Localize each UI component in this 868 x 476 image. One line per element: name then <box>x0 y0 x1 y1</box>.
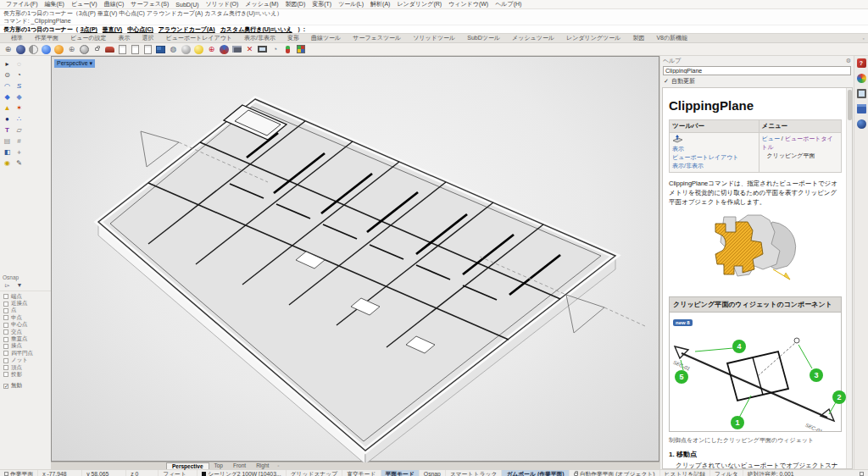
auto-update-checkbox[interactable]: ✓ 自動更新 <box>660 77 854 87</box>
new-viewport-icon[interactable]: ◦ <box>274 462 282 469</box>
perspective-viewport[interactable]: Perspective ▾ <box>51 56 659 462</box>
curve-tool-icon[interactable]: ◠ <box>2 80 13 91</box>
menu-render[interactable]: レンダリング(R) <box>393 0 445 8</box>
filter-toggle[interactable]: フィルタ <box>710 470 743 476</box>
layers-panel-tab-icon[interactable] <box>857 104 866 113</box>
panel-toggle-icon[interactable] <box>855 470 868 476</box>
undo-view-icon[interactable] <box>104 44 115 55</box>
fillet-tool-icon[interactable]: ▲ <box>2 102 13 113</box>
menu-curve[interactable]: 曲線(C) <box>101 0 128 8</box>
checkbox[interactable] <box>3 302 8 307</box>
viewport-layout-icon[interactable] <box>155 44 166 55</box>
select-pointer-icon[interactable]: ▸ <box>2 58 13 69</box>
pushpin-icon[interactable] <box>282 44 293 55</box>
menu-subd[interactable]: SubD(U) <box>172 2 202 8</box>
osnap-cursor-icon[interactable]: ▻ <box>5 282 9 289</box>
menu-solid[interactable]: ソリッド(O) <box>203 0 242 8</box>
rendered-display-icon[interactable] <box>53 44 64 55</box>
menu-window[interactable]: ウィンドウ(W) <box>445 0 492 8</box>
record-history-toggle[interactable]: ヒストリを記録 <box>660 470 710 476</box>
command-option-vertical[interactable]: 垂直(V) <box>103 26 122 32</box>
tab-display[interactable]: 表示 <box>113 34 136 42</box>
tab-transform[interactable]: 変形 <box>281 34 305 42</box>
pencil-tool-icon[interactable]: ✎ <box>14 158 25 169</box>
lock-view-icon[interactable] <box>92 44 103 55</box>
ghosted-display-icon[interactable] <box>79 44 90 55</box>
explode-tool-icon[interactable]: ✶ <box>14 102 25 113</box>
link-viewport-layout[interactable]: ビューポートレイアウト <box>672 153 756 162</box>
checkbox[interactable] <box>3 323 8 328</box>
viewport-title-label[interactable]: Perspective ▾ <box>54 59 95 68</box>
tab-strip-options-icon[interactable]: ◦ <box>863 36 865 42</box>
checkbox[interactable] <box>3 351 8 356</box>
menu-drafting[interactable]: 製図(D) <box>282 0 309 8</box>
scrollbar-thumb[interactable] <box>848 90 852 120</box>
menu-mesh[interactable]: メッシュ(M) <box>242 0 281 8</box>
rotate-view-icon[interactable] <box>15 44 26 55</box>
tab-viewport-layout[interactable]: ビューポートレイアウト <box>160 34 238 42</box>
pipe-tool-icon[interactable]: ＋ <box>14 147 25 158</box>
zoom-view-icon[interactable] <box>28 44 39 55</box>
osnap-toggle[interactable]: Osnap <box>420 470 446 476</box>
checkbox-checked[interactable]: ✓ <box>3 384 8 389</box>
tab-surface-tools[interactable]: サーフェスツール <box>347 34 407 42</box>
tab-curve-tools[interactable]: 曲線ツール <box>305 34 347 42</box>
checkbox[interactable] <box>3 358 8 363</box>
help-panel-tab-icon[interactable]: ? <box>857 58 866 68</box>
menu-analyze[interactable]: 解析(A) <box>367 0 393 8</box>
points-tool-icon[interactable]: ∴ <box>14 113 25 125</box>
checkbox[interactable] <box>3 315 8 320</box>
pan-view-icon[interactable]: ⊕ <box>3 44 14 55</box>
array-tool-icon[interactable]: # <box>14 136 25 147</box>
command-option-custom-depth[interactable]: カスタム奥行き(U)=いいえ <box>220 26 292 32</box>
boolean-union-icon[interactable]: ● <box>2 113 13 125</box>
checkbox[interactable] <box>3 329 8 335</box>
gray-sphere-icon[interactable] <box>181 44 192 55</box>
viewport-tab-perspective[interactable]: Perspective <box>166 462 209 469</box>
menu-transform[interactable]: 変形(T) <box>309 0 335 8</box>
display-panel-tab-icon[interactable] <box>857 74 866 83</box>
clipboard-icon[interactable] <box>117 44 128 55</box>
osnap-project[interactable]: 投影 <box>3 371 51 378</box>
checkbox[interactable] <box>3 344 8 349</box>
freeform-curve-icon[interactable]: S <box>14 80 25 91</box>
yellow-sphere-icon[interactable] <box>193 44 204 55</box>
surface-tool-icon[interactable]: ◧ <box>2 147 13 158</box>
menu-edit[interactable]: 編集(E) <box>42 0 68 8</box>
tab-cplane[interactable]: 作業平面 <box>29 34 64 42</box>
tab-standard[interactable]: 標準 <box>5 34 29 42</box>
monitor-icon[interactable] <box>257 44 268 55</box>
gumball-toggle[interactable]: ガムボール (作業平面) <box>502 470 569 476</box>
tab-view-settings[interactable]: ビューの設定 <box>64 34 113 42</box>
gear-icon[interactable]: ⚙ <box>846 58 851 64</box>
menu-view[interactable]: ビュー(V) <box>68 0 101 8</box>
arc-tool-icon[interactable]: ◔ <box>14 69 25 80</box>
clipping-plane-toolbar-icon[interactable] <box>672 135 683 144</box>
osnap-filter-icon[interactable]: ▼ <box>16 282 22 289</box>
units-pane[interactable]: フィート <box>159 470 198 476</box>
wireframe-display-icon[interactable]: ⊕ <box>66 44 77 55</box>
key-tool-icon[interactable]: ◉ <box>2 158 13 169</box>
checkbox[interactable] <box>3 294 8 299</box>
command-option-center[interactable]: 中心点(C) <box>127 26 153 32</box>
building-model-drawing[interactable] <box>52 57 660 462</box>
menu-tools[interactable]: ツール(L) <box>335 0 367 8</box>
tab-drafting[interactable]: 製図 <box>626 34 650 42</box>
tab-render-tools[interactable]: レンダリングツール <box>560 34 626 42</box>
menu-file[interactable]: ファイル(F) <box>3 0 42 8</box>
box-tool-icon[interactable]: ◆ <box>2 91 13 102</box>
text-tool-icon[interactable]: T <box>2 125 13 136</box>
material-swirl-icon[interactable] <box>219 44 230 55</box>
smarttrack-toggle[interactable]: スマートトラック <box>446 470 503 476</box>
help-scrollbar[interactable] <box>846 88 852 468</box>
tab-subd-tools[interactable]: SubDツール <box>461 34 506 42</box>
camera-icon[interactable] <box>231 44 242 55</box>
viewport-tab-right[interactable]: Right <box>251 462 274 469</box>
viewport-panel-tab-icon[interactable] <box>857 89 866 98</box>
checkbox[interactable] <box>3 308 8 313</box>
checkbox[interactable] <box>3 365 8 370</box>
tab-mesh-tools[interactable]: メッシュツール <box>506 34 560 42</box>
menu-help[interactable]: ヘルプ(H) <box>492 0 525 8</box>
tab-visibility[interactable]: 表示/非表示 <box>238 34 281 42</box>
control-points-icon[interactable]: ▱ <box>14 125 25 136</box>
